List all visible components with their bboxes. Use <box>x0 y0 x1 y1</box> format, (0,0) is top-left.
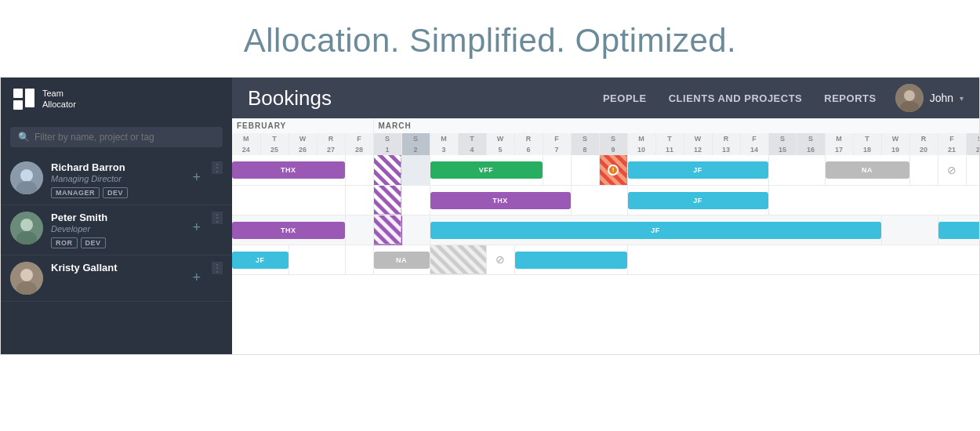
person-tags: ROR DEV <box>51 237 184 248</box>
person-name: Kristy Gallant <box>51 262 184 273</box>
booking-cell-jf-peter[interactable]: JF <box>430 215 881 244</box>
person-info: Peter Smith Developer ROR DEV <box>51 212 184 248</box>
nav-links: PEOPLE CLIENTS AND PROJECTS REPORTS <box>603 92 877 104</box>
hero-heading: Allocation. Simplified. Optimized. <box>0 22 980 60</box>
booking-cell-na-kristy[interactable]: NA <box>373 244 430 274</box>
day-num: 17 <box>825 144 853 155</box>
cal-cell <box>289 244 345 274</box>
nav-user[interactable]: John ▾ <box>895 84 964 112</box>
day-num: 18 <box>853 144 881 155</box>
day-col: W <box>684 133 712 144</box>
booking-cell-thx2[interactable]: THX <box>430 185 571 215</box>
booking-thx[interactable]: THX <box>232 161 345 179</box>
day-number-row: 24 25 26 27 28 1 2 3 4 5 6 7 8 9 <box>232 144 979 155</box>
cal-cell-hatched2 <box>373 185 401 215</box>
person-title: Managing Director <box>51 174 184 183</box>
drag-handle[interactable] <box>212 212 223 224</box>
day-num: 20 <box>909 144 938 155</box>
booking-cell-jf[interactable]: JF <box>627 155 768 185</box>
booking-cell-thx-peter[interactable]: THX <box>232 215 345 244</box>
day-col: W <box>289 133 317 144</box>
booking-na-kristy[interactable]: NA <box>374 252 430 269</box>
person-title: Developer <box>51 224 184 234</box>
day-col: R <box>514 133 543 144</box>
cal-cell-no: ⊘ <box>486 244 514 274</box>
add-person-button[interactable]: + <box>192 219 201 236</box>
cal-cell <box>401 215 430 244</box>
day-col: W <box>486 133 514 144</box>
booking-jf-kristy[interactable]: JF <box>232 252 289 269</box>
day-num: 24 <box>232 144 260 155</box>
booking-vff[interactable]: VFF <box>430 161 543 179</box>
booking-jf-kristy2[interactable] <box>515 252 627 269</box>
cal-cell <box>345 185 373 215</box>
booking-cell-jf-peter-end[interactable] <box>938 215 979 244</box>
nav-link-clients[interactable]: CLIENTS AND PROJECTS <box>669 92 803 104</box>
day-col: F <box>345 133 373 144</box>
day-col: S <box>571 133 599 144</box>
add-person-button[interactable]: + <box>192 169 201 186</box>
main-area: Bookings PEOPLE CLIENTS AND PROJECTS REP… <box>232 78 979 354</box>
nav-link-reports[interactable]: REPORTS <box>824 92 876 104</box>
booking-thx-row2[interactable]: THX <box>430 192 571 209</box>
month-february: FEBRUARY <box>232 118 373 133</box>
booking-thx-peter[interactable]: THX <box>232 222 345 239</box>
drag-handle[interactable] <box>212 262 223 274</box>
cal-cell-gray <box>430 244 486 274</box>
add-person-button[interactable]: + <box>192 270 201 286</box>
search-bar[interactable]: 🔍 <box>10 127 223 147</box>
booking-cell-thx[interactable]: THX <box>232 155 345 185</box>
day-num: 15 <box>768 144 797 155</box>
user-name: John <box>930 92 953 104</box>
day-num: 4 <box>458 144 486 155</box>
day-num: 16 <box>797 144 825 155</box>
cal-cell <box>345 244 373 274</box>
booking-jf-peter-end[interactable] <box>938 222 980 239</box>
search-input[interactable] <box>34 132 215 143</box>
day-col: M <box>627 133 655 144</box>
day-num: 10 <box>627 144 655 155</box>
day-num: 28 <box>345 144 373 155</box>
person-row: Richard Barron Managing Director MANAGER… <box>1 155 232 205</box>
booking-jf-peter[interactable]: JF <box>430 222 881 239</box>
booking-cell-vff[interactable]: VFF <box>430 155 543 185</box>
cal-cell-no: ⊘ <box>938 155 966 185</box>
booking-cell-jf2[interactable]: JF <box>627 185 768 215</box>
person-tags: MANAGER DEV <box>51 187 184 198</box>
person-calendar-row-kristy: JF NA ⊘ <box>232 244 979 274</box>
booking-jf-row2[interactable]: JF <box>628 192 768 209</box>
day-col-today: S <box>401 133 430 144</box>
booking-cell-jf-kristy2[interactable] <box>514 244 627 274</box>
booking-cell-jf-kristy[interactable]: JF <box>232 244 289 274</box>
day-num: 13 <box>712 144 740 155</box>
logo-block-1 <box>13 89 23 98</box>
chevron-down-icon: ▾ <box>960 94 964 103</box>
day-num: 22 <box>966 144 979 155</box>
day-num: 3 <box>430 144 458 155</box>
day-num: 9 <box>599 144 627 155</box>
cal-cell <box>966 155 979 185</box>
day-col: R <box>317 133 345 144</box>
avatar <box>10 161 43 194</box>
person-name: Richard Barron <box>51 161 184 173</box>
cal-cell <box>627 244 979 274</box>
calendar[interactable]: FEBRUARY MARCH M T W R F S S M T W <box>232 118 979 354</box>
cal-cell <box>768 185 979 215</box>
svg-point-1 <box>20 169 33 182</box>
person-row: Peter Smith Developer ROR DEV + <box>1 205 232 255</box>
cal-cell-hatched <box>373 215 401 244</box>
tag-dev: DEV <box>81 237 106 248</box>
day-col: T <box>853 133 881 144</box>
day-col: S <box>966 133 979 144</box>
nav-link-people[interactable]: PEOPLE <box>603 92 647 104</box>
booking-cell-na[interactable]: NA <box>825 155 909 185</box>
booking-jf[interactable]: JF <box>628 161 768 179</box>
day-num-today: 2 <box>401 144 430 155</box>
calendar-table: FEBRUARY MARCH M T W R F S S M T W <box>232 118 979 275</box>
drag-handle[interactable] <box>212 161 223 174</box>
logo-icon <box>13 89 34 110</box>
cal-cell <box>881 215 938 244</box>
day-col: T <box>655 133 684 144</box>
booking-na[interactable]: NA <box>826 161 909 179</box>
day-col: M <box>825 133 853 144</box>
